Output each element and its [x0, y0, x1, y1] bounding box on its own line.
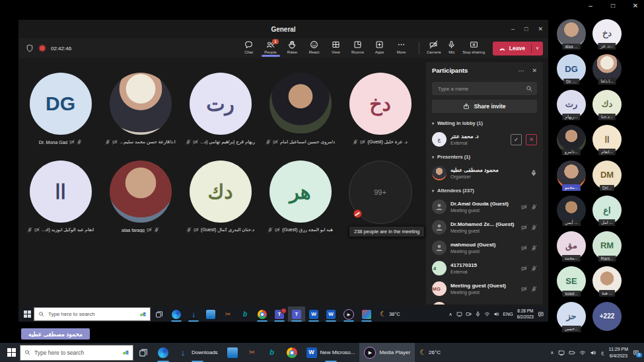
tray-chevron-icon[interactable]: ∧	[550, 350, 554, 355]
clock[interactable]: 8:28 PM 6/2/2023	[517, 308, 534, 320]
taskbar-search-input[interactable]	[33, 349, 120, 357]
weather-widget[interactable]: ☾ 26°C	[419, 349, 441, 356]
taskbar-app[interactable]: b	[236, 307, 254, 322]
maximize-icon[interactable]: □	[524, 26, 528, 32]
leave-dropdown-chevron-icon[interactable]: ∨	[532, 46, 543, 51]
notification-center-icon[interactable]: 5	[633, 349, 639, 356]
tray-icon[interactable]	[569, 349, 575, 356]
tray-icon[interactable]	[579, 349, 586, 356]
taskbar-app[interactable]	[282, 343, 302, 362]
panel-title: Participants	[432, 67, 510, 74]
more-options-icon[interactable]: ⋯	[518, 67, 524, 74]
tray-icon[interactable]	[590, 349, 596, 356]
participant-tile[interactable]: 99+	[340, 161, 420, 233]
tray-chevron-icon[interactable]: ∧	[448, 312, 452, 317]
start-button[interactable]	[3, 343, 20, 362]
tray-icon[interactable]	[484, 311, 490, 317]
avatar: +222	[592, 302, 622, 331]
taskbar-app[interactable]: W New Microso...	[302, 343, 360, 362]
toolbar-button[interactable]: View	[325, 40, 347, 54]
taskbar-app[interactable]: W	[322, 307, 340, 322]
taskbar-app[interactable]: ↓ Downloads	[173, 343, 223, 362]
taskbar-app[interactable]: ✂	[242, 343, 262, 362]
lobby-section-header[interactable]: ▾ Waiting in lobby (1)	[432, 120, 537, 126]
taskbar-app[interactable]	[254, 307, 271, 322]
presenters-section-header[interactable]: ▾ Presenters (1)	[432, 154, 537, 160]
share-invite-button[interactable]: Share invite	[432, 100, 537, 113]
minimize-icon[interactable]: –	[511, 26, 515, 32]
taskbar-app[interactable]	[358, 307, 375, 322]
taskbar-app[interactable]	[153, 343, 173, 362]
toolbar-button[interactable]: Raise	[281, 40, 303, 54]
taskbar-app[interactable]: ✂	[219, 307, 236, 322]
taskbar-app[interactable]: W	[305, 307, 322, 322]
tray-icon[interactable]	[558, 349, 565, 356]
close-icon[interactable]: ✕	[538, 26, 543, 32]
attendee-row[interactable]: 4 417170315 External	[432, 261, 537, 275]
attendee-row[interactable]: Dr.Amal Gouda (Guest) Meeting guest	[432, 199, 537, 214]
tray-icon[interactable]	[475, 311, 481, 317]
attendee-row[interactable]: MG Meeting guest (Guest) Meeting guest	[432, 281, 537, 296]
taskbar-app[interactable]: ▶ Media Player	[359, 343, 415, 362]
close-panel-icon[interactable]: ✕	[532, 67, 537, 74]
toolbar-button[interactable]: People 1	[260, 40, 281, 54]
language-indicator[interactable]: ENG	[503, 312, 513, 316]
taskbar-search-input[interactable]	[47, 310, 137, 318]
language-indicator[interactable]: ع	[601, 350, 604, 355]
taskbar-app[interactable]: b	[262, 343, 282, 362]
notification-center-icon[interactable]	[538, 311, 544, 318]
open-app-indicator	[189, 320, 199, 322]
participant-tile[interactable]: alaa faragg	[100, 161, 180, 233]
taskbar-app[interactable]	[223, 343, 242, 362]
participant-tile[interactable]: دخ د. عزة خليل (Guest)	[340, 73, 420, 145]
participant-tile[interactable]: DG Dr. Mona Gad	[20, 73, 100, 145]
participant-tile[interactable]: د/مروى حسين اسماعيل امام	[260, 73, 340, 145]
taskbar-app[interactable]	[151, 307, 168, 322]
toolbar-button[interactable]: More	[390, 40, 412, 54]
tray-icon[interactable]	[493, 311, 499, 317]
start-button[interactable]	[20, 307, 34, 322]
taskbar-app[interactable]	[133, 343, 153, 362]
taskbar-app[interactable]: ↓	[185, 307, 202, 322]
mic-off-icon	[105, 139, 110, 145]
taskbar-app[interactable]	[202, 307, 219, 322]
taskbar-app[interactable]	[168, 307, 185, 322]
participant-tile[interactable]: ا.د/فارعة حسن محمد سليم...	[100, 73, 180, 145]
taskbar-app[interactable]: T	[288, 307, 305, 322]
attendee-row[interactable]: Dr.Mohamed Ze... (Guest) Meeting guest	[432, 220, 537, 235]
participant-tile[interactable]: رت ريهام فرج إبراهيم تهامي (د...	[180, 73, 260, 145]
participant-avatar	[269, 73, 332, 135]
strip-participant-name: Rani...	[598, 256, 616, 262]
admit-button[interactable]: ✓	[511, 134, 522, 145]
maximize-icon[interactable]: □	[608, 2, 618, 9]
taskbar-app[interactable]: T	[271, 307, 288, 322]
toolbar-button[interactable]: Rooms	[347, 40, 369, 54]
device-toggle-button[interactable]: Stop sharing	[459, 40, 488, 54]
participant-tile[interactable]: هر هبه ابو المجد رزق (Guest)	[260, 161, 340, 233]
minimize-icon[interactable]: –	[586, 2, 595, 9]
participant-tile[interactable]: دك د.حنان البدري كمال (Guest)	[180, 161, 260, 233]
deny-button[interactable]: ✕	[526, 134, 537, 145]
toolbar-button[interactable]: React	[303, 40, 325, 54]
camera-off-icon	[112, 139, 118, 145]
toolbar-button[interactable]: Apps	[369, 40, 390, 54]
camera-off-icon	[69, 139, 75, 145]
taskbar-app[interactable]: ▶	[340, 307, 358, 322]
participant-search-input[interactable]	[437, 85, 523, 92]
participant-name: د.حنان البدري كمال (Guest)	[201, 227, 254, 233]
clock[interactable]: 11:29 PM 6/4/2023	[609, 346, 628, 358]
leave-button[interactable]: Leave ∨	[493, 42, 543, 55]
recorded-taskbar: ↓	[18, 307, 548, 322]
tray-icon[interactable]	[456, 311, 462, 317]
weather-widget[interactable]: ☾ 38°C	[380, 310, 400, 318]
attendee-row[interactable]: mahmoud (Guest) Meeting guest	[432, 240, 537, 255]
close-icon[interactable]: ✕	[631, 2, 640, 9]
participant-tile[interactable]: اا انعام عبد الوكيل ابوزيد (اد...	[20, 161, 100, 233]
toolbar-button[interactable]: Chat	[238, 40, 260, 54]
attendees-section-header[interactable]: ▾ Attendees (237)	[432, 188, 537, 194]
tray-icon[interactable]	[466, 311, 472, 317]
mic-on-icon[interactable]	[530, 170, 537, 176]
device-toggle-button[interactable]: Camera	[423, 40, 444, 54]
attendee-row[interactable]: MG Meeting guest (Guest) Meeting guest	[432, 302, 537, 305]
device-toggle-button[interactable]: Mic	[444, 40, 459, 54]
